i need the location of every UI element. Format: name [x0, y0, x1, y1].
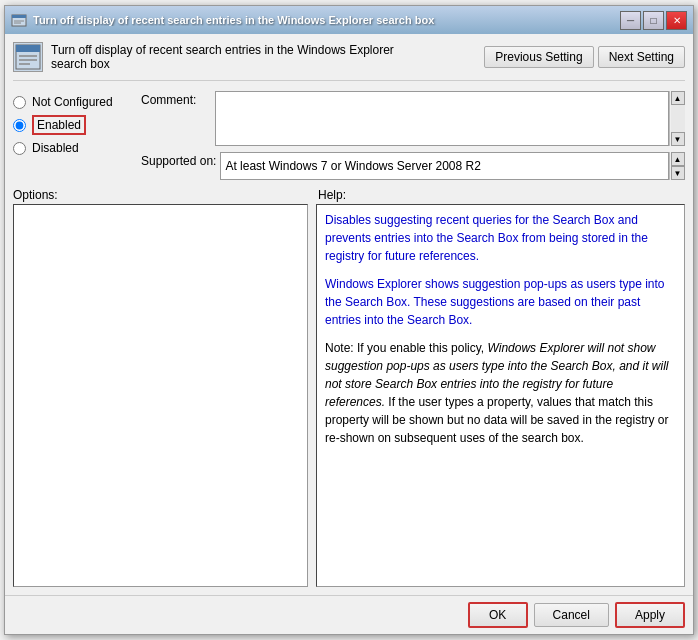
main-window: Turn off display of recent search entrie… [4, 5, 694, 635]
content-area: Turn off display of recent search entrie… [5, 34, 693, 595]
footer: OK Cancel Apply [5, 595, 693, 634]
close-button[interactable]: ✕ [666, 11, 687, 30]
ok-button[interactable]: OK [468, 602, 528, 628]
maximize-button[interactable]: □ [643, 11, 664, 30]
supported-label: Supported on: [141, 152, 216, 168]
disabled-option[interactable]: Disabled [13, 141, 133, 155]
help-heading: Help: [318, 188, 685, 202]
comment-label: Comment: [141, 91, 211, 107]
next-setting-button[interactable]: Next Setting [598, 46, 685, 68]
help-panel: Disables suggesting recent queries for t… [316, 204, 685, 587]
scroll-up-btn[interactable]: ▲ [671, 91, 685, 105]
radio-group: Not Configured Enabled Disabled [13, 91, 133, 180]
header-section: Turn off display of recent search entrie… [13, 42, 685, 81]
window-title: Turn off display of recent search entrie… [33, 14, 620, 26]
disabled-label: Disabled [32, 141, 79, 155]
scroll-track [671, 105, 685, 132]
minimize-button[interactable]: ─ [620, 11, 641, 30]
not-configured-option[interactable]: Not Configured [13, 95, 133, 109]
options-panel [13, 204, 308, 587]
policy-icon [13, 42, 43, 72]
title-bar-buttons: ─ □ ✕ [620, 11, 687, 30]
header-title: Turn off display of recent search entrie… [51, 43, 431, 71]
svg-rect-5 [16, 45, 40, 52]
supported-scroll-up[interactable]: ▲ [671, 152, 685, 166]
enabled-radio[interactable] [13, 119, 26, 132]
header-left: Turn off display of recent search entrie… [13, 42, 484, 72]
comment-row: Comment: ▲ ▼ [141, 91, 685, 146]
comment-scrollbar[interactable]: ▲ ▼ [669, 91, 685, 146]
supported-value: At least Windows 7 or Windows Server 200… [220, 152, 669, 180]
cancel-button[interactable]: Cancel [534, 603, 609, 627]
previous-setting-button[interactable]: Previous Setting [484, 46, 593, 68]
title-bar: Turn off display of recent search entrie… [5, 6, 693, 34]
right-section: Comment: ▲ ▼ Supported on: At least Wind… [141, 91, 685, 180]
window-icon [11, 12, 27, 28]
options-heading: Options: [13, 188, 318, 202]
options-help-labels: Options: Help: [13, 188, 685, 202]
scroll-down-btn[interactable]: ▼ [671, 132, 685, 146]
supported-scrollbar[interactable]: ▲ ▼ [669, 152, 685, 180]
comment-input[interactable] [215, 91, 669, 146]
svg-rect-1 [12, 15, 26, 18]
middle-section: Not Configured Enabled Disabled Comment: [13, 91, 685, 180]
help-paragraph-2: Windows Explorer shows suggestion pop-up… [325, 275, 676, 329]
apply-button[interactable]: Apply [615, 602, 685, 628]
supported-scroll-down[interactable]: ▼ [671, 166, 685, 180]
nav-buttons: Previous Setting Next Setting [484, 46, 685, 68]
help-paragraph-3: Note: If you enable this policy, Windows… [325, 339, 676, 447]
not-configured-radio[interactable] [13, 96, 26, 109]
enabled-option[interactable]: Enabled [13, 115, 133, 135]
supported-row: Supported on: At least Windows 7 or Wind… [141, 152, 685, 180]
not-configured-label: Not Configured [32, 95, 113, 109]
help-paragraph-1: Disables suggesting recent queries for t… [325, 211, 676, 265]
disabled-radio[interactable] [13, 142, 26, 155]
options-help-panels: Disables suggesting recent queries for t… [13, 204, 685, 587]
enabled-label: Enabled [32, 115, 86, 135]
